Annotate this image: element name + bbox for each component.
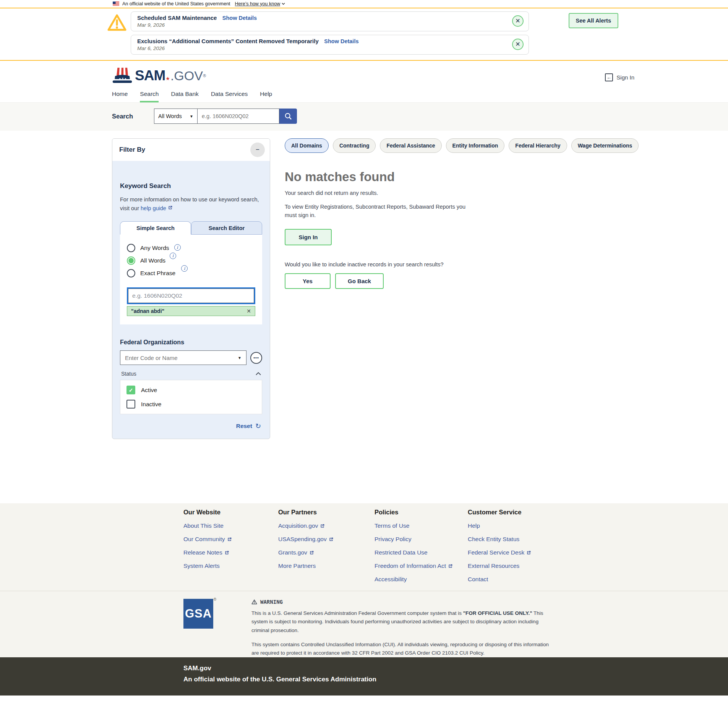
gov-banner-text: An official website of the United States… bbox=[122, 1, 230, 6]
footer-link[interactable]: Help bbox=[468, 522, 531, 529]
more-options-button[interactable]: ••• bbox=[250, 352, 262, 364]
alert-close-button[interactable]: ✕ bbox=[512, 15, 524, 27]
search-band: Search All Words ▼ bbox=[0, 102, 728, 131]
radio-button[interactable] bbox=[127, 244, 135, 252]
federal-org-select[interactable]: Enter Code or Name ▼ bbox=[120, 350, 246, 365]
gov-banner: An official website of the United States… bbox=[0, 0, 728, 8]
external-link-icon bbox=[448, 564, 453, 569]
status-inactive-option[interactable]: Inactive bbox=[126, 400, 256, 409]
external-link-icon bbox=[224, 550, 229, 555]
status-section-toggle[interactable]: Status bbox=[121, 371, 261, 377]
no-matches-subtitle: Your search did not return any results. bbox=[285, 190, 600, 196]
external-link-icon bbox=[309, 550, 314, 555]
reset-filters-button[interactable]: Reset ↻ bbox=[121, 422, 261, 430]
remove-tag-icon[interactable]: ✕ bbox=[246, 308, 251, 314]
logo-registered-mark: ® bbox=[203, 73, 206, 78]
footer-link[interactable]: Terms of Use bbox=[375, 522, 468, 529]
status-active-option[interactable]: ✓ Active bbox=[126, 386, 256, 394]
domain-filter-pills: All Domains Contracting Federal Assistan… bbox=[285, 138, 600, 153]
caret-down-icon: ▼ bbox=[190, 114, 193, 118]
pill-federal-hierarchy[interactable]: Federal Hierarchy bbox=[509, 138, 567, 153]
checkbox-checked[interactable]: ✓ bbox=[126, 386, 135, 394]
go-back-button[interactable]: Go Back bbox=[335, 273, 384, 289]
footer-link[interactable]: Check Entity Status bbox=[468, 536, 531, 543]
radio-exact-phrase[interactable]: Exact Phrase i bbox=[127, 269, 255, 277]
alert-close-button[interactable]: ✕ bbox=[512, 39, 524, 50]
yes-button[interactable]: Yes bbox=[285, 273, 331, 289]
external-link-icon bbox=[320, 524, 325, 529]
logo-text-sam: SAM bbox=[135, 68, 165, 84]
collapse-filters-button[interactable]: − bbox=[250, 143, 265, 157]
info-icon[interactable]: i bbox=[170, 253, 176, 259]
footer-link[interactable]: USASpending.gov bbox=[278, 536, 375, 543]
radio-button-selected[interactable] bbox=[127, 256, 135, 265]
svg-text:★: ★ bbox=[122, 77, 124, 79]
pill-entity-information[interactable]: Entity Information bbox=[446, 138, 505, 153]
footer-link[interactable]: Contact bbox=[468, 576, 531, 583]
nav-item-home[interactable]: Home bbox=[112, 91, 128, 102]
minus-icon: − bbox=[256, 146, 259, 154]
radio-button[interactable] bbox=[127, 269, 135, 277]
footer-link[interactable]: More Partners bbox=[278, 563, 375, 569]
no-matches-title: No matches found bbox=[285, 170, 600, 184]
radio-any-words[interactable]: Any Words i bbox=[127, 244, 255, 252]
footer-link[interactable]: Accessibility bbox=[375, 576, 468, 583]
main-content: Filter By − Keyword Search For more info… bbox=[0, 131, 728, 503]
svg-text:★: ★ bbox=[119, 77, 121, 80]
nav-item-help[interactable]: Help bbox=[260, 91, 272, 102]
nav-item-data-bank[interactable]: Data Bank bbox=[171, 91, 198, 102]
footer-link[interactable]: External Resources bbox=[468, 563, 531, 569]
header-sign-in-link[interactable]: ← Sign In bbox=[605, 73, 634, 81]
footer-link[interactable]: Our Community bbox=[183, 536, 278, 543]
footer-link[interactable]: Restricted Data Use bbox=[375, 549, 468, 556]
alert-show-details-link[interactable]: Show Details bbox=[222, 15, 257, 21]
gsa-registered-mark: ® bbox=[214, 597, 216, 601]
footer-tagline: An official website of the U.S. General … bbox=[183, 676, 728, 683]
radio-all-words[interactable]: All Words i bbox=[127, 256, 255, 265]
status-options-box: ✓ Active Inactive bbox=[120, 380, 262, 414]
tab-search-editor[interactable]: Search Editor bbox=[191, 221, 262, 235]
close-icon: ✕ bbox=[515, 41, 520, 47]
nav-item-search[interactable]: Search bbox=[140, 91, 159, 102]
alert-show-details-link[interactable]: Show Details bbox=[324, 38, 358, 44]
footer-link[interactable]: Acquisition.gov bbox=[278, 522, 375, 529]
sign-in-button[interactable]: Sign In bbox=[285, 229, 332, 245]
pill-all-domains[interactable]: All Domains bbox=[285, 138, 329, 153]
tab-simple-search[interactable]: Simple Search bbox=[120, 221, 191, 235]
simple-search-panel: Any Words i All Words i Exact Phrase i bbox=[120, 235, 262, 324]
filter-panel: Filter By − Keyword Search For more info… bbox=[112, 138, 270, 439]
search-label: Search bbox=[112, 113, 154, 120]
footer-link[interactable]: Grants.gov bbox=[278, 549, 375, 556]
footer-link[interactable]: Privacy Policy bbox=[375, 536, 468, 543]
footer-site-name: SAM.gov bbox=[183, 665, 728, 672]
info-icon[interactable]: i bbox=[174, 244, 181, 251]
sam-gov-logo[interactable]: ★★★ SAM★.GOV® bbox=[112, 67, 206, 84]
pill-wage-determinations[interactable]: Wage Determinations bbox=[571, 138, 639, 153]
how-you-know-link[interactable]: Here’s how you know bbox=[235, 1, 285, 6]
logo-text-gov: .GOV bbox=[170, 68, 203, 83]
footer-link[interactable]: System Alerts bbox=[183, 563, 278, 569]
search-submit-button[interactable] bbox=[279, 109, 297, 124]
nav-item-data-services[interactable]: Data Services bbox=[211, 91, 248, 102]
inactive-records-question: Would you like to include inactive recor… bbox=[285, 261, 600, 268]
footer-link[interactable]: Federal Service Desk bbox=[468, 549, 531, 556]
global-search-input[interactable] bbox=[198, 109, 279, 124]
chevron-down-icon bbox=[282, 3, 285, 5]
see-all-alerts-button[interactable]: See All Alerts bbox=[569, 13, 618, 28]
keyword-tabs: Simple Search Search Editor bbox=[120, 221, 262, 235]
warning-heading: WARNING bbox=[251, 599, 555, 605]
keyword-search-input[interactable] bbox=[128, 289, 254, 303]
pill-federal-assistance[interactable]: Federal Assistance bbox=[380, 138, 441, 153]
footer-column-our-website: Our Website About This Site Our Communit… bbox=[183, 509, 278, 589]
ellipsis-icon: ••• bbox=[253, 355, 259, 360]
footer-link[interactable]: About This Site bbox=[183, 522, 278, 529]
main-nav: Home Search Data Bank Data Services Help bbox=[0, 84, 728, 102]
search-mode-select[interactable]: All Words ▼ bbox=[154, 109, 198, 124]
pill-contracting[interactable]: Contracting bbox=[333, 138, 376, 153]
footer-link[interactable]: Release Notes bbox=[183, 549, 278, 556]
caret-down-icon: ▼ bbox=[238, 356, 242, 360]
info-icon[interactable]: i bbox=[181, 265, 188, 272]
help-guide-link[interactable]: help guide bbox=[141, 205, 173, 211]
checkbox-unchecked[interactable] bbox=[126, 400, 135, 409]
footer-link[interactable]: Freedom of Information Act bbox=[375, 563, 468, 569]
